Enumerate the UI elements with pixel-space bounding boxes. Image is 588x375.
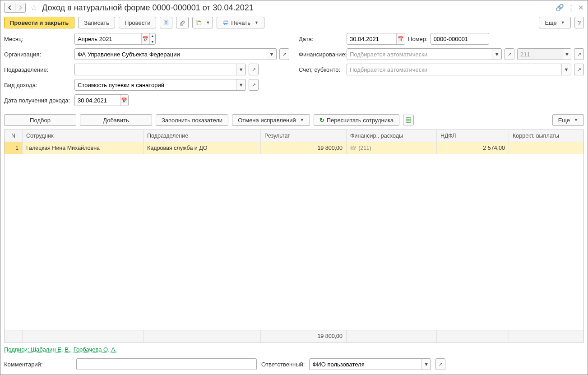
paperclip-icon [179, 19, 185, 26]
cell-n: 1 [5, 142, 23, 154]
chevron-down-icon: ▼ [574, 118, 578, 122]
cell-tax[interactable]: 2 574,00 [437, 142, 509, 154]
chevron-down-icon: ▼ [561, 20, 565, 25]
table-more-button[interactable]: Еще▼ [552, 114, 584, 126]
add-button[interactable]: Добавить [80, 114, 152, 126]
table-row[interactable]: 1 Галецкая Нина Михайловна Кадровая служ… [5, 142, 583, 154]
dropdown-button[interactable]: ▼ [492, 49, 501, 60]
grid-settings-icon [405, 117, 412, 123]
kebab-menu-icon[interactable]: ⋮ [568, 4, 574, 12]
financing-input[interactable] [347, 49, 492, 60]
responsible-input[interactable] [310, 359, 421, 370]
dept-input[interactable] [75, 64, 236, 75]
close-icon[interactable]: ✕ [578, 4, 584, 12]
recalc-employee-button[interactable]: ↻ Пересчитать сотрудника [314, 114, 399, 126]
number-input[interactable] [431, 33, 489, 44]
cell-fin[interactable]: ФУ (211) [347, 142, 437, 154]
dropdown-button[interactable]: ▼ [267, 49, 276, 60]
date-label: Дата: [299, 36, 344, 42]
signatures-link[interactable]: Подписи: Шабалин Е. В., Горбачева О. А. [4, 346, 117, 353]
account-input[interactable] [347, 64, 561, 75]
cell-res[interactable]: 19 800,00 [261, 142, 347, 154]
open-ref-button[interactable]: ↗ [249, 64, 259, 75]
org-input[interactable] [75, 49, 267, 60]
col-header-n[interactable]: N [5, 130, 23, 142]
date-input[interactable] [347, 33, 396, 44]
favorite-star-icon[interactable]: ☆ [30, 3, 37, 13]
income-type-label: Вид дохода: [4, 82, 72, 88]
col-header-cor[interactable]: Коррект. выплаты [509, 130, 583, 142]
refresh-icon: ↻ [319, 117, 324, 124]
recalc-employee-label: Пересчитать сотрудника [327, 117, 394, 124]
table-more-label: Еще [558, 117, 570, 124]
link-icon[interactable]: 🔗 [556, 4, 564, 12]
post-button[interactable]: Провести [119, 17, 157, 28]
dept-label: Подразделение: [4, 66, 72, 73]
cell-fin-tag: ФУ [350, 146, 356, 151]
chevron-down-icon: ▼ [255, 20, 259, 25]
month-input[interactable] [75, 33, 141, 44]
printer-icon [222, 19, 229, 26]
col-header-fin[interactable]: Финансир., расходы [347, 130, 437, 142]
financing-label: Финансирование: [299, 51, 344, 58]
cell-dep[interactable]: Кадровая служба и ДО [144, 142, 261, 154]
post-and-close-button[interactable]: Провести и закрыть [4, 17, 74, 28]
calendar-icon[interactable]: 📅 [141, 33, 149, 44]
more-button-label: Еще [545, 19, 556, 26]
cell-cor[interactable] [509, 142, 583, 154]
more-button[interactable]: Еще▼ [539, 17, 570, 28]
col-header-emp[interactable]: Сотрудник [23, 130, 144, 142]
income-type-input[interactable] [75, 79, 236, 90]
help-button[interactable]: ? [574, 17, 584, 28]
month-up-button[interactable]: ▲ [150, 33, 155, 39]
cell-fin-code: (211) [359, 145, 371, 151]
save-button[interactable]: Записать [78, 17, 115, 28]
comment-input[interactable] [77, 359, 256, 370]
responsible-label: Ответственный: [261, 361, 305, 368]
org-label: Организация: [4, 51, 72, 58]
chevron-down-icon: ▼ [300, 118, 304, 122]
calendar-icon[interactable]: 📅 [396, 33, 405, 44]
fill-indicators-button[interactable]: Заполнить показатели [156, 114, 228, 126]
table-settings-button[interactable] [403, 115, 414, 125]
arrow-right-icon [17, 5, 23, 11]
report-button[interactable] [160, 17, 172, 28]
dropdown-button[interactable]: ▼ [236, 79, 245, 90]
account-label: Счет, субконто: [299, 66, 344, 73]
copy-plus-icon [195, 19, 202, 26]
open-ref-button[interactable]: ↗ [574, 48, 584, 60]
open-ref-button[interactable]: ↗ [279, 48, 289, 60]
cell-emp[interactable]: Галецкая Нина Михайловна [23, 142, 144, 154]
nav-back-button[interactable] [4, 3, 15, 13]
svg-rect-5 [198, 21, 201, 25]
open-ref-button[interactable]: ↗ [574, 64, 584, 75]
income-date-input[interactable] [75, 95, 120, 106]
dropdown-button[interactable]: ▼ [236, 64, 245, 75]
dropdown-button[interactable]: ▼ [421, 359, 431, 370]
nav-forward-button[interactable] [15, 3, 26, 13]
col-header-tax[interactable]: НДФЛ [437, 130, 509, 142]
open-ref-button[interactable]: ↗ [505, 48, 514, 60]
number-label: Номер: [408, 36, 428, 42]
attach-button[interactable] [176, 17, 189, 28]
col-header-res[interactable]: Результат [261, 130, 347, 142]
month-down-button[interactable]: ▼ [150, 39, 155, 45]
footer-result-total: 19 800,00 [261, 330, 347, 342]
calendar-icon[interactable]: 📅 [120, 95, 128, 106]
dropdown-button: ▼ [563, 49, 571, 60]
month-label: Месяц: [4, 36, 72, 42]
open-ref-button[interactable]: ↗ [435, 358, 445, 370]
employee-grid[interactable]: N Сотрудник Подразделение Результат Фина… [4, 130, 584, 343]
create-based-on-button[interactable]: ▼ [192, 17, 213, 28]
document-icon [163, 19, 169, 26]
arrow-left-icon [7, 5, 13, 11]
print-button[interactable]: Печать▼ [217, 17, 264, 28]
comment-label: Комментарий: [4, 361, 72, 368]
col-header-dep[interactable]: Подразделение [144, 130, 261, 142]
cancel-corrections-button[interactable]: Отмена исправлений▼ [232, 114, 310, 126]
dropdown-button[interactable]: ▼ [561, 64, 571, 75]
pick-button[interactable]: Подбор [4, 114, 76, 126]
svg-rect-6 [224, 20, 227, 22]
open-ref-button[interactable]: ↗ [249, 79, 259, 91]
income-date-label: Дата получения дохода: [4, 97, 72, 104]
